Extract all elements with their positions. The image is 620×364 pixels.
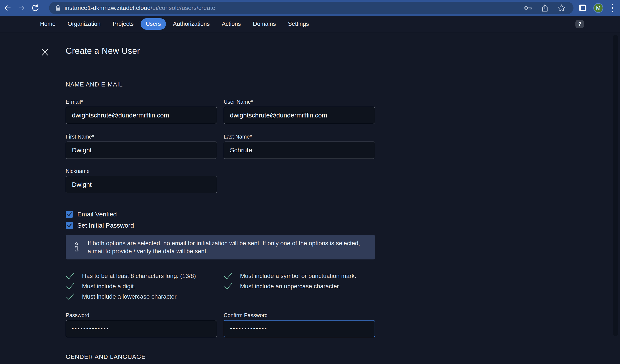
url-domain: instance1-dkmnzw.zitadel.cloud: [64, 4, 151, 11]
back-icon[interactable]: [3, 3, 13, 13]
tab-domains[interactable]: Domains: [248, 18, 281, 30]
tab-organization[interactable]: Organization: [62, 18, 106, 30]
username-field-group: User Name*: [224, 99, 375, 124]
email-field[interactable]: [66, 107, 217, 124]
page-title: Create a New User: [66, 46, 140, 56]
info-note-text: If both options are selected, no email f…: [88, 239, 363, 255]
confirm-password-field-group: Confirm Password: [224, 312, 375, 337]
options-group: Email Verified Set Initial Password: [66, 210, 375, 230]
email-verified-checkbox[interactable]: Email Verified: [66, 210, 375, 219]
first-name-field[interactable]: [66, 142, 217, 159]
confirm-password-field[interactable]: [224, 320, 375, 337]
check-icon: [66, 283, 75, 290]
requirement-item: Has to be at least 8 characters long. (1…: [66, 272, 217, 280]
email-field-group: E-mail*: [66, 99, 217, 124]
password-field-group: Password: [66, 312, 217, 337]
info-note: If both options are selected, no email f…: [66, 235, 375, 259]
set-initial-password-label: Set Initial Password: [77, 222, 134, 229]
url-path: /ui/console/users/create: [151, 4, 216, 11]
console-navbar: Home Organization Projects Users Authori…: [0, 16, 620, 32]
password-field[interactable]: [66, 320, 217, 337]
info-icon: [73, 242, 80, 252]
bookmark-star-icon[interactable]: [556, 3, 567, 13]
browser-profile-avatar[interactable]: M: [593, 3, 603, 13]
first-name-label: First Name*: [66, 133, 217, 140]
close-button[interactable]: [40, 48, 49, 57]
share-icon[interactable]: [539, 3, 551, 13]
last-name-field[interactable]: [224, 142, 375, 159]
set-initial-password-checkbox[interactable]: Set Initial Password: [66, 221, 375, 230]
tab-users[interactable]: Users: [140, 18, 166, 30]
password-key-icon[interactable]: [522, 3, 534, 13]
nickname-field-group: Nickname: [66, 168, 217, 193]
tab-home[interactable]: Home: [35, 18, 61, 30]
help-button[interactable]: ?: [575, 20, 584, 28]
requirement-item: Must include a digit.: [66, 282, 217, 290]
section-name-email: NAME AND E-MAIL: [66, 81, 375, 88]
requirement-item: Must include an uppercase character.: [224, 282, 375, 290]
tab-actions[interactable]: Actions: [217, 18, 246, 30]
tab-projects[interactable]: Projects: [108, 18, 139, 30]
username-field[interactable]: [224, 107, 375, 124]
requirement-item: Must include a lowercase character.: [66, 293, 217, 301]
password-requirements: Has to be at least 8 characters long. (1…: [66, 272, 375, 301]
page-scrollbar[interactable]: [613, 35, 618, 336]
check-icon: [224, 283, 233, 290]
last-name-label: Last Name*: [224, 133, 375, 140]
browser-menu-icon[interactable]: [608, 3, 617, 13]
check-icon: [66, 293, 75, 300]
password-label: Password: [66, 312, 217, 318]
username-label: User Name*: [224, 99, 375, 105]
tab-authorizations[interactable]: Authorizations: [168, 18, 215, 30]
side-panel-icon[interactable]: [577, 2, 589, 13]
check-icon: [224, 272, 233, 280]
check-icon: [66, 272, 75, 280]
browser-toolbar: instance1-dkmnzw.zitadel.cloud/ui/consol…: [0, 0, 620, 16]
create-user-form: NAME AND E-MAIL E-mail* User Name* First…: [66, 81, 375, 360]
confirm-password-label: Confirm Password: [224, 312, 375, 318]
nickname-field[interactable]: [66, 176, 217, 193]
nickname-label: Nickname: [66, 168, 217, 174]
url-text: instance1-dkmnzw.zitadel.cloud/ui/consol…: [64, 4, 215, 11]
section-gender-language: GENDER AND LANGUAGE: [66, 354, 375, 360]
tab-settings[interactable]: Settings: [283, 18, 314, 30]
forward-icon[interactable]: [17, 3, 26, 13]
checkbox-checked-icon: [66, 222, 73, 229]
requirement-item: Must include a symbol or punctuation mar…: [224, 272, 375, 280]
first-name-field-group: First Name*: [66, 133, 217, 159]
address-bar[interactable]: instance1-dkmnzw.zitadel.cloud/ui/consol…: [49, 2, 574, 14]
avatar-initial: M: [596, 5, 601, 11]
checkbox-checked-icon: [66, 211, 73, 218]
reload-icon[interactable]: [31, 3, 40, 13]
last-name-field-group: Last Name*: [224, 133, 375, 159]
lock-icon: [55, 5, 61, 11]
email-label: E-mail*: [66, 99, 217, 105]
nav-tabs: Home Organization Projects Users Authori…: [35, 18, 314, 30]
email-verified-label: Email Verified: [77, 211, 117, 218]
